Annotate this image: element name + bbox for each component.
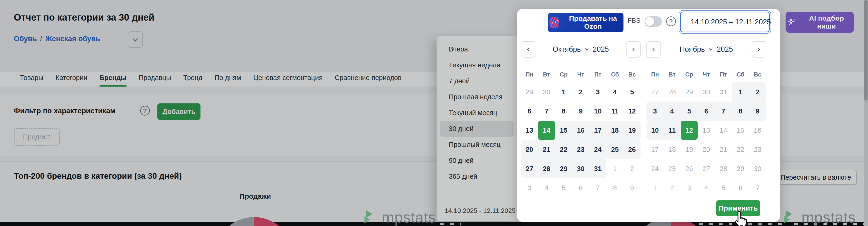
calendar-day[interactable]: 28 — [538, 159, 555, 178]
week-row: 1234567 — [646, 178, 766, 197]
calendar-day[interactable]: 22 — [732, 140, 749, 159]
calendar-day[interactable]: 1 — [555, 83, 572, 101]
calendar-day[interactable]: 2 — [663, 178, 681, 197]
calendar-day[interactable]: 15 — [732, 121, 749, 140]
calendar-day[interactable]: 12 — [623, 101, 641, 121]
calendar-day[interactable]: 6 — [521, 101, 538, 121]
calendar-day[interactable]: 11 — [663, 121, 681, 140]
calendar-day[interactable]: 21 — [538, 140, 555, 159]
calendar-day[interactable]: 23 — [749, 140, 766, 159]
calendar-day[interactable]: 8 — [607, 178, 623, 197]
calendar-day-selected[interactable]: 12 — [681, 121, 698, 140]
calendar-day[interactable]: 22 — [555, 140, 572, 159]
calendar-day[interactable]: 15 — [555, 121, 572, 140]
calendar-day[interactable]: 1 — [732, 83, 749, 101]
calendar-day[interactable]: 7 — [589, 178, 607, 197]
next-month-button[interactable] — [752, 41, 766, 58]
calendar-day[interactable]: 29 — [681, 83, 698, 101]
calendar-day[interactable]: 3 — [589, 83, 607, 101]
calendar-day[interactable]: 5 — [623, 83, 641, 101]
calendar-day-selected[interactable]: 14 — [538, 121, 555, 140]
fbs-help-icon[interactable]: ? — [666, 17, 676, 26]
calendar-day[interactable]: 5 — [555, 178, 572, 197]
calendar-day[interactable]: 26 — [623, 140, 641, 159]
date-range-input[interactable]: 14.10.2025 – 12.11.2025 — [679, 10, 771, 34]
calendar-day[interactable]: 25 — [607, 140, 623, 159]
calendar-day[interactable]: 8 — [555, 101, 572, 121]
calendar-day[interactable]: 25 — [663, 159, 681, 178]
calendar-day[interactable]: 5 — [715, 178, 732, 197]
year-label[interactable]: 2025 — [717, 45, 733, 54]
calendar-day[interactable]: 20 — [521, 140, 538, 159]
calendar-day[interactable]: 9 — [572, 101, 589, 121]
calendar-day[interactable]: 18 — [607, 121, 623, 140]
calendar-day[interactable]: 30 — [572, 159, 589, 178]
calendar-day[interactable]: 1 — [607, 159, 623, 178]
calendar-day[interactable]: 16 — [572, 121, 589, 140]
calendar-day[interactable]: 23 — [572, 140, 589, 159]
calendar-day[interactable]: 7 — [749, 178, 766, 197]
calendar-day[interactable]: 24 — [646, 159, 663, 178]
sell-on-ozon-button[interactable]: ozon Продавать на Ozon — [548, 13, 623, 32]
calendar-day[interactable]: 7 — [715, 101, 732, 121]
calendar-day[interactable]: 27 — [646, 83, 663, 101]
month-select[interactable]: Октябрь 2025 — [553, 45, 609, 54]
calendar-day[interactable]: 19 — [623, 121, 641, 140]
calendar-day[interactable]: 30 — [698, 83, 715, 101]
calendar-day[interactable]: 28 — [663, 83, 681, 101]
calendar-day[interactable]: 9 — [623, 178, 641, 197]
calendar-day[interactable]: 13 — [698, 121, 715, 140]
calendar-day[interactable]: 28 — [715, 159, 732, 178]
calendar-day[interactable]: 31 — [589, 159, 607, 178]
prev-month-button[interactable] — [521, 41, 535, 58]
calendar-day[interactable]: 30 — [749, 159, 766, 178]
calendar-day[interactable]: 6 — [732, 178, 749, 197]
calendar-day[interactable]: 4 — [607, 83, 623, 101]
calendar-day[interactable]: 8 — [732, 101, 749, 121]
calendar-day[interactable]: 26 — [681, 159, 698, 178]
fbs-toggle[interactable] — [645, 17, 662, 27]
calendar-day[interactable]: 31 — [715, 83, 732, 101]
calendar-day[interactable]: 13 — [521, 121, 538, 140]
calendar-day[interactable]: 4 — [663, 101, 681, 121]
calendar-day[interactable]: 2 — [623, 159, 641, 178]
calendar-day[interactable]: 4 — [698, 178, 715, 197]
calendar-day[interactable]: 9 — [749, 101, 766, 121]
prev-month-button[interactable] — [646, 41, 661, 58]
calendar-day[interactable]: 3 — [521, 178, 538, 197]
calendar-day[interactable]: 18 — [663, 140, 681, 159]
next-month-button[interactable] — [626, 41, 641, 58]
calendar-day[interactable]: 27 — [698, 159, 715, 178]
calendar-day[interactable]: 27 — [521, 159, 538, 178]
week-row: 6789101112 — [521, 101, 641, 121]
calendar-day[interactable]: 19 — [681, 140, 698, 159]
calendar-day[interactable]: 10 — [589, 101, 607, 121]
calendar-day[interactable]: 2 — [572, 83, 589, 101]
calendar-day[interactable]: 21 — [715, 140, 732, 159]
calendar-day[interactable]: 5 — [681, 101, 698, 121]
calendar-day[interactable]: 30 — [538, 83, 555, 101]
calendar-day[interactable]: 11 — [607, 101, 623, 121]
ai-niche-button[interactable]: AI подбор ниши — [785, 12, 854, 33]
calendar-day[interactable]: 20 — [698, 140, 715, 159]
calendar-day[interactable]: 16 — [749, 121, 766, 140]
calendar-day[interactable]: 29 — [732, 159, 749, 178]
calendar-day[interactable]: 4 — [538, 178, 555, 197]
calendar-day[interactable]: 14 — [715, 121, 732, 140]
calendar-day[interactable]: 6 — [572, 178, 589, 197]
calendar-day[interactable]: 6 — [698, 101, 715, 121]
calendar-day[interactable]: 3 — [681, 178, 698, 197]
calendar-day[interactable]: 17 — [646, 140, 663, 159]
calendar-day[interactable]: 10 — [646, 121, 663, 140]
calendar-day[interactable]: 3 — [646, 101, 663, 121]
month-select[interactable]: Ноябрь 2025 — [680, 45, 733, 54]
calendar-day[interactable]: 29 — [555, 159, 572, 178]
year-label[interactable]: 2025 — [593, 45, 609, 54]
calendar-day[interactable]: 29 — [521, 83, 538, 101]
toggle-knob — [645, 17, 654, 26]
calendar-day[interactable]: 2 — [749, 83, 766, 101]
calendar-day[interactable]: 24 — [589, 140, 607, 159]
calendar-day[interactable]: 1 — [646, 178, 663, 197]
calendar-day[interactable]: 17 — [589, 121, 607, 140]
calendar-day[interactable]: 7 — [538, 101, 555, 121]
